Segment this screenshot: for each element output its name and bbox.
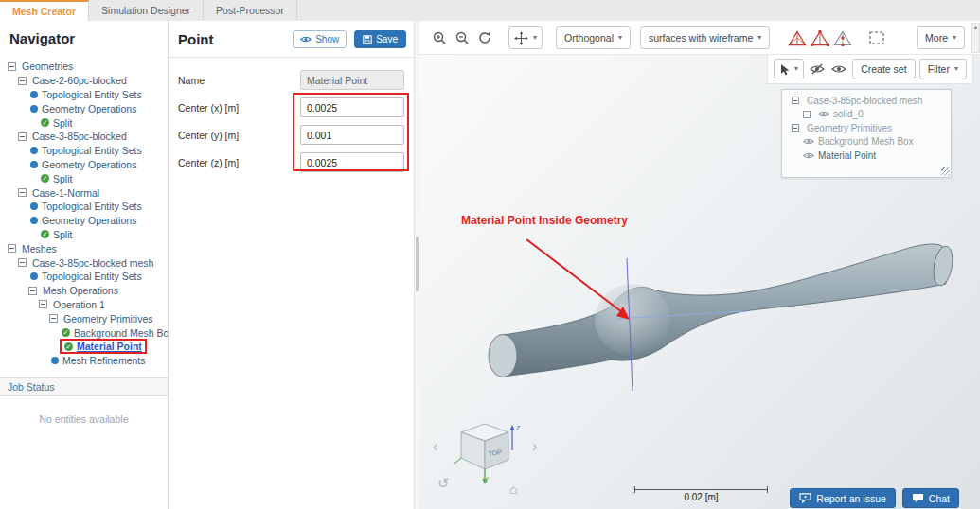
viewport[interactable]: Material Point Inside Geometry ▾ Orthogo… (419, 21, 980, 509)
tree-item[interactable]: Geometries (0, 60, 168, 74)
expander-icon[interactable] (18, 188, 27, 197)
scene-tree-item[interactable]: Geometry Primitives (782, 121, 951, 135)
render-mode-dropdown[interactable]: surfaces with wireframe ▾ (640, 26, 770, 49)
more-label: More (925, 32, 948, 44)
check-icon: ✓ (41, 230, 49, 238)
tree-item[interactable]: Topological Entity Sets (0, 270, 168, 284)
create-set-button[interactable]: Create set (852, 59, 915, 79)
vessel-geometry[interactable] (503, 244, 946, 377)
report-issue-label: Report an issue (816, 493, 886, 504)
center-fields-group: Center (x) [m] Center (y) [m] Center (z)… (178, 97, 404, 172)
report-issue-button[interactable]: Report an issue (790, 488, 896, 508)
viewport-scrollbar[interactable]: ▲ (971, 23, 980, 53)
eye-icon[interactable] (803, 151, 814, 160)
expander-icon[interactable] (39, 300, 47, 308)
mesh-quality-icon-button-3[interactable] (832, 27, 853, 48)
job-status-header[interactable]: Job Status (0, 377, 168, 396)
zoom-in-button[interactable] (429, 27, 450, 48)
tree-item[interactable]: Topological Entity Sets (0, 144, 168, 158)
reset-view-button[interactable] (474, 27, 495, 48)
tree-item[interactable]: Operation 1 (0, 298, 168, 312)
scroll-up-icon[interactable]: ▲ (973, 25, 979, 30)
filter-dropdown[interactable]: Filter ▾ (919, 59, 967, 79)
tree-item[interactable]: Topological Entity Sets (0, 88, 168, 102)
scene-tree-item[interactable]: Background Mesh Box (782, 135, 951, 149)
center-y-input[interactable] (300, 125, 404, 145)
tree-item-label: Case-2-60pc-blocked (32, 75, 127, 86)
expander-icon[interactable] (18, 77, 27, 85)
tree-item[interactable]: ✓ Background Mesh Box (0, 325, 168, 340)
eye-icon[interactable] (803, 137, 814, 146)
tree-item[interactable]: Mesh Operations (0, 284, 168, 298)
box-select-button[interactable] (866, 27, 887, 48)
navigator-title: Navigator (0, 21, 168, 60)
save-button[interactable]: Save (354, 30, 406, 48)
tree-item[interactable]: ✓ Split (0, 115, 168, 130)
mesh-quality-icon-button-1[interactable] (787, 27, 808, 48)
chat-button[interactable]: Chat (902, 488, 959, 508)
tree-item[interactable]: Geometry Operations (0, 158, 168, 172)
app-tab[interactable]: Post-Processor (204, 0, 297, 21)
tree-item-label: Geometry Operations (42, 103, 136, 114)
panel-title: Point (178, 31, 293, 47)
expander-icon[interactable] (49, 314, 58, 323)
rotate-down-icon[interactable]: ∨ (482, 474, 490, 484)
tree-item[interactable]: Case-3-85pc-blocked mesh (0, 255, 168, 270)
scrollbar-thumb[interactable] (416, 237, 419, 291)
expander-icon[interactable] (28, 287, 37, 295)
tree-item[interactable]: Case-1-Normal (0, 185, 168, 200)
center-z-input[interactable] (300, 152, 404, 172)
app-tab[interactable]: Simulation Designer (89, 0, 204, 21)
tree-item-content: Mesh Operations (41, 285, 120, 296)
expander-icon[interactable] (18, 258, 27, 267)
expander-icon[interactable] (8, 244, 16, 253)
tree-item[interactable]: Case-2-60pc-blocked (0, 74, 168, 88)
pan-tool-dropdown[interactable]: ▾ (508, 26, 543, 49)
tree-item[interactable]: Geometry Operations (0, 214, 168, 228)
center-x-input[interactable] (300, 97, 404, 117)
tree-item[interactable]: Mesh Refinements (0, 354, 168, 368)
tree-item-content: Case-2-60pc-blocked (30, 75, 129, 86)
chevron-down-icon: ▾ (954, 65, 958, 73)
show-all-button[interactable] (830, 59, 849, 79)
tree-item[interactable]: Meshes (0, 241, 168, 255)
scene-tree-label: Material Point (818, 150, 876, 161)
zoom-out-button[interactable] (452, 27, 472, 48)
mesh-quality-icon-button-2[interactable] (810, 27, 830, 48)
tree-item[interactable]: ✓ Split (0, 228, 168, 242)
expander-icon[interactable] (18, 132, 27, 141)
tree-item[interactable]: Geometry Primitives (0, 311, 168, 325)
tree-item[interactable]: Geometry Operations (0, 101, 168, 115)
more-dropdown[interactable]: More ▾ (917, 26, 965, 49)
properties-panel: Point Show Save Name Center (x) [m] Cen (169, 21, 419, 509)
tree-item-label: Operation 1 (53, 299, 105, 310)
select-tool-dropdown[interactable]: ▾ (774, 59, 804, 79)
home-view-icon[interactable]: ⌂ (509, 483, 517, 496)
expander-icon[interactable] (8, 62, 16, 71)
tree-item-label: Meshes (22, 243, 57, 254)
entity-dot-icon (51, 357, 59, 364)
check-icon: ✓ (64, 342, 73, 351)
expander-icon[interactable] (803, 111, 811, 118)
rotate-right-icon[interactable]: › (532, 439, 537, 454)
rotate-ccw-icon[interactable]: ↺ (437, 476, 450, 490)
rotate-left-icon[interactable]: ‹ (433, 439, 437, 454)
app-tab[interactable]: Mesh Creator (0, 0, 89, 21)
scene-tree-item[interactable]: solid_0 (782, 108, 951, 122)
tree-item[interactable]: Case-3-85pc-blocked (0, 130, 168, 144)
resize-handle[interactable] (941, 167, 950, 176)
show-button[interactable]: Show (293, 30, 347, 48)
tree-item[interactable]: Topological Entity Sets (0, 200, 168, 214)
projection-label: Orthogonal (564, 32, 614, 44)
tree-item[interactable]: ✓ Split (0, 171, 168, 185)
projection-dropdown[interactable]: Orthogonal ▾ (556, 26, 631, 49)
scene-tree-item[interactable]: Material Point (782, 149, 951, 163)
eye-icon[interactable] (818, 110, 829, 118)
expander-icon[interactable] (792, 97, 799, 104)
scene-tree-item[interactable]: Case-3-85pc-blocked mesh (782, 94, 951, 108)
hide-selection-button[interactable] (808, 59, 827, 79)
expander-icon[interactable] (792, 124, 799, 132)
tab-label: Mesh Creator (12, 6, 76, 17)
tree-item[interactable]: ✓ Material Point (0, 340, 168, 354)
scene-tree-label: Case-3-85pc-blocked mesh (807, 96, 922, 106)
